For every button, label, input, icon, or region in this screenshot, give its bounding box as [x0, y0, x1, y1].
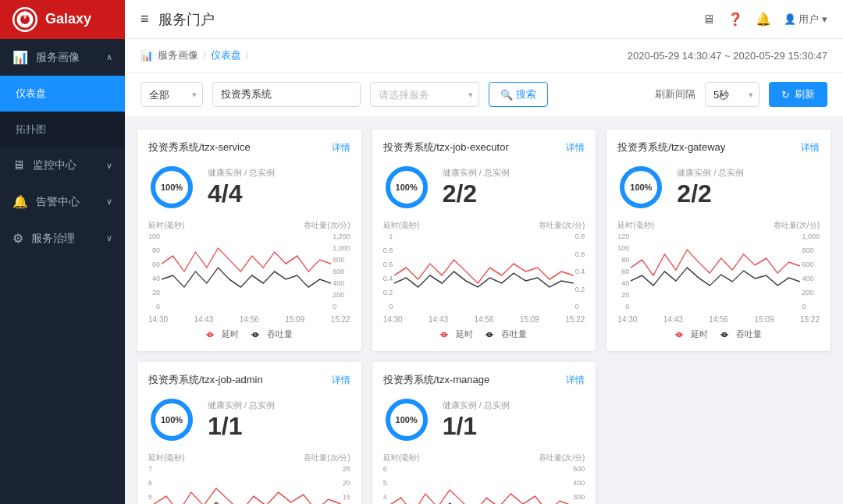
- breadcrumb-sep1: /: [203, 50, 206, 62]
- chevron-up-icon: ∧: [106, 52, 112, 62]
- card-header-2: 投资秀系统/tzx-job-executor 详情: [383, 140, 585, 154]
- stats-right-3: 健康实例 / 总实例 2/2: [677, 167, 820, 208]
- sidebar-item-dashboard[interactable]: 仪表盘: [0, 76, 125, 112]
- top-header: Galaxy ≡ 服务门户 🖥 ❓ 🔔 👤 用户 ▾: [0, 0, 843, 39]
- health-label-1: 健康实例 / 总实例: [208, 167, 350, 179]
- breadcrumb-dashboard[interactable]: 仪表盘: [211, 48, 241, 62]
- legend-throughput-3: 吞吐量: [720, 328, 762, 340]
- card-detail-1[interactable]: 详情: [332, 141, 350, 154]
- breadcrumb: 📊 服务画像 / 仪表盘 /: [140, 48, 248, 62]
- content-header: 📊 服务画像 / 仪表盘 / 2020-05-29 14:30:47 ~ 202…: [125, 39, 843, 73]
- health-label-5: 健康实例 / 总实例: [443, 399, 585, 411]
- y-axis-right-4: 2520151050: [341, 465, 350, 504]
- health-label-4: 健康实例 / 总实例: [208, 399, 350, 411]
- card-title-2: 投资秀系统/tzx-job-executor: [383, 140, 509, 154]
- breadcrumb-sep2: /: [246, 50, 249, 62]
- chart-legend-2: 延时 吞吐量: [383, 328, 585, 340]
- refresh-button[interactable]: ↻ 刷新: [769, 82, 827, 107]
- service-select[interactable]: 请选择服务: [370, 82, 479, 107]
- content-area: 📊 服务画像 / 仪表盘 / 2020-05-29 14:30:47 ~ 202…: [125, 39, 843, 504]
- card-stats-2: 100% 健康实例 / 总实例 2/2: [383, 164, 585, 211]
- chart-wrapper-5: 654320 5004003002001000: [383, 465, 585, 504]
- health-value-1: 4/4: [208, 180, 350, 208]
- throughput-label-2: 吞吐量(次/分): [539, 220, 585, 231]
- throughput-label-3: 吞吐量(次/分): [774, 220, 820, 231]
- desktop-icon: 🖥: [12, 158, 25, 172]
- legend-delay-2: 延时: [440, 328, 473, 340]
- card-title-5: 投资秀系统/tzx-manage: [383, 373, 490, 387]
- interval-select[interactable]: 5秒10秒30秒1分钟: [705, 82, 759, 107]
- donut-pct-3: 100%: [630, 183, 652, 192]
- chart-wrapper-4: 765430 2520151050: [148, 465, 350, 504]
- service-card-3: 投资秀系统/tzx-gateway 详情 100% 健康实例 / 总实例 2/2: [606, 130, 831, 351]
- donut-2: 100%: [383, 164, 430, 211]
- help-icon[interactable]: ❓: [727, 12, 743, 27]
- breadcrumb-service[interactable]: 服务画像: [158, 48, 198, 62]
- search-label: 搜索: [516, 87, 536, 101]
- delay-label-3: 延时(毫秒): [617, 220, 654, 231]
- donut-3: 100%: [617, 164, 664, 211]
- header-right: 🖥 ❓ 🔔 👤 用户 ▾: [702, 12, 827, 27]
- throughput-label-5: 吞吐量(次/分): [539, 453, 585, 463]
- legend-throughput-1: 吞吐量: [251, 328, 293, 340]
- y-axis-right-1: 1,2001,0008006004002000: [331, 232, 350, 311]
- sidebar-item-label: 告警中心: [36, 195, 80, 209]
- chart-axes-1: 延时(毫秒) 吞吐量(次/分): [148, 220, 350, 231]
- card-detail-3[interactable]: 详情: [801, 141, 820, 154]
- y-axis-left-2: 10.80.60.40.20: [383, 232, 395, 311]
- sidebar-item-service-portrait[interactable]: 📊 服务画像 ∧: [0, 39, 125, 76]
- card-title-1: 投资秀系统/tzx-service: [148, 140, 251, 154]
- card-detail-5[interactable]: 详情: [566, 374, 585, 387]
- service-card-2: 投资秀系统/tzx-job-executor 详情 100% 健康实例 / 总实…: [372, 130, 596, 351]
- chart-axes-3: 延时(毫秒) 吞吐量(次/分): [617, 220, 820, 231]
- health-label-2: 健康实例 / 总实例: [443, 167, 585, 179]
- sidebar-item-topology[interactable]: 拓扑图: [0, 112, 125, 147]
- refresh-icon: ↻: [781, 89, 790, 101]
- user-menu[interactable]: 👤 用户 ▾: [784, 12, 827, 27]
- card-detail-4[interactable]: 详情: [332, 374, 350, 387]
- y-axis-left-3: 120100806040200: [617, 232, 631, 311]
- chart-x-labels-1: 14:3014:4314:5615:0915:22: [148, 315, 350, 324]
- health-label-3: 健康实例 / 总实例: [677, 167, 820, 179]
- chart-wrapper-3: 120100806040200 1,0008006004002000: [617, 232, 820, 314]
- chevron-down-icon3: ∨: [106, 233, 112, 243]
- stats-right-4: 健康实例 / 总实例 1/1: [208, 399, 350, 440]
- donut-pct-5: 100%: [396, 415, 418, 424]
- card-header-3: 投资秀系统/tzx-gateway 详情: [617, 140, 820, 154]
- service-card-5: 投资秀系统/tzx-manage 详情 100% 健康实例 / 总实例 1/1: [372, 362, 596, 504]
- scope-select[interactable]: 全部: [140, 82, 203, 107]
- chart-x-labels-2: 14:3014:4314:5615:0915:22: [383, 315, 585, 324]
- sidebar: 📊 服务画像 ∧ 仪表盘 拓扑图 🖥 监控中心 ∨ 🔔 告警中心 ∨ ⚙ 服务治…: [0, 39, 125, 504]
- chart-axes-4: 延时(毫秒) 吞吐量(次/分): [148, 453, 350, 463]
- chart-wrapper-2: 10.80.60.40.20 0.80.60.40.20: [383, 232, 585, 314]
- refresh-btn-label: 刷新: [795, 87, 815, 101]
- chevron-down-icon2: ∨: [106, 197, 112, 207]
- menu-toggle-icon[interactable]: ≡: [140, 11, 149, 27]
- gear-nav-icon: ⚙: [12, 231, 23, 246]
- delay-label-2: 延时(毫秒): [383, 220, 420, 231]
- bar-chart-icon: 📊: [12, 50, 28, 65]
- chart-svg-container-2: [394, 232, 574, 314]
- sidebar-item-monitor[interactable]: 🖥 监控中心 ∨: [0, 147, 125, 183]
- chart-svg-container-3: [631, 232, 800, 314]
- card-stats-3: 100% 健康实例 / 总实例 2/2: [617, 164, 820, 211]
- bell-icon[interactable]: 🔔: [756, 12, 771, 27]
- sidebar-item-alert[interactable]: 🔔 告警中心 ∨: [0, 183, 125, 220]
- monitor-icon[interactable]: 🖥: [702, 12, 715, 27]
- legend-throughput-2: 吞吐量: [486, 328, 527, 340]
- legend-delay-1: 延时: [206, 328, 239, 340]
- chart-svg-container-5: [389, 465, 572, 504]
- donut-pct-2: 100%: [396, 183, 418, 192]
- system-input[interactable]: [212, 82, 361, 107]
- sidebar-item-governance[interactable]: ⚙ 服务治理 ∨: [0, 220, 125, 257]
- card-header-4: 投资秀系统/tzx-job-admin 详情: [148, 373, 350, 387]
- logo-area: Galaxy: [0, 0, 125, 39]
- bell-nav-icon: 🔔: [12, 194, 28, 209]
- date-range: 2020-05-29 14:30:47 ~ 2020-05-29 15:30:4…: [628, 50, 827, 62]
- service-card-1: 投资秀系统/tzx-service 详情 100% 健康实例 / 总实例 4/4: [137, 130, 361, 351]
- card-detail-2[interactable]: 详情: [566, 141, 585, 154]
- sidebar-item-label: 拓扑图: [16, 122, 46, 137]
- search-button[interactable]: 🔍 搜索: [489, 82, 548, 107]
- donut-5: 100%: [383, 396, 430, 443]
- stats-right-5: 健康实例 / 总实例 1/1: [443, 399, 585, 440]
